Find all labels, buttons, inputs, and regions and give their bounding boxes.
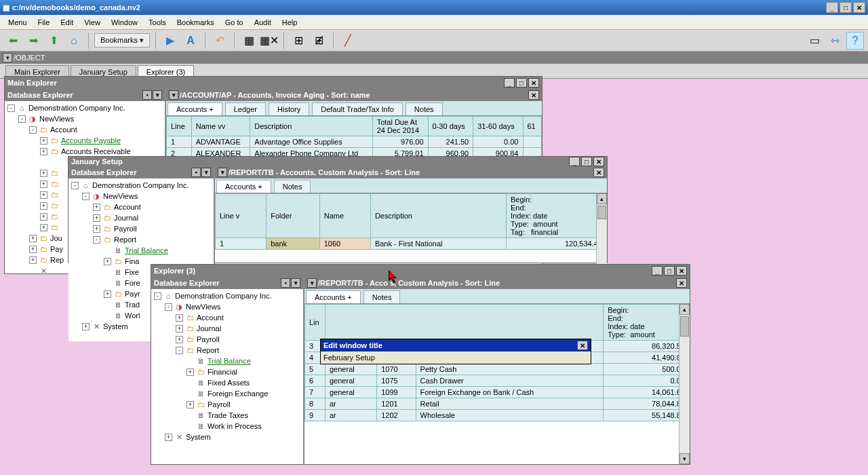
col-del-button[interactable]: ⊞̸ (310, 32, 328, 50)
expander-icon[interactable]: - (71, 182, 79, 189)
minimize-button[interactable]: _ (826, 2, 838, 13)
cell[interactable]: 1099 (377, 387, 416, 398)
tree-row[interactable]: -⌂Demonstration Company Inc. (68, 180, 214, 191)
expander-icon[interactable]: + (176, 336, 183, 343)
expander-icon[interactable]: + (93, 214, 100, 222)
dropdown-icon[interactable]: ▾ (307, 278, 317, 288)
report-tab[interactable]: History (269, 102, 309, 115)
expander-icon[interactable]: + (104, 258, 111, 265)
menu-go-to[interactable]: Go to (220, 16, 249, 28)
up-button[interactable]: ⬆ (45, 32, 62, 50)
tree-row[interactable]: -◑NewViews (68, 191, 214, 202)
path-dropdown-icon[interactable]: ▾ (3, 53, 12, 62)
scroll-up-icon[interactable]: ▴ (597, 193, 607, 204)
expander-icon[interactable]: + (29, 256, 37, 264)
cell[interactable]: 241.50 (428, 136, 473, 148)
cell[interactable]: 1 (216, 238, 267, 250)
minimize-icon[interactable]: _ (504, 78, 515, 88)
tree-row[interactable]: +🗀Accounts Payable (5, 135, 165, 146)
tree-row[interactable]: -🗀Report (68, 234, 214, 245)
close-button[interactable]: ✕ (853, 2, 865, 13)
cell[interactable]: 0.00 (473, 136, 523, 148)
cell[interactable]: 7 (305, 387, 326, 398)
tree-row[interactable]: 🗎Fixed Assets (151, 377, 303, 388)
close-icon[interactable]: ✕ (577, 341, 588, 350)
report-tab[interactable]: Notes (274, 180, 311, 193)
cell[interactable] (523, 136, 542, 148)
expander-icon[interactable]: + (93, 204, 100, 211)
grid-jan[interactable]: Line vFolderNameDescriptionBegin:End:Ind… (215, 193, 607, 250)
cell[interactable]: 1 (167, 136, 192, 148)
cell[interactable]: 5 (305, 364, 326, 375)
expander-icon[interactable]: + (40, 137, 47, 145)
expander-icon[interactable]: - (165, 303, 172, 311)
cell[interactable]: 14,061.61 (604, 387, 690, 398)
menu-audit[interactable]: Audit (249, 16, 277, 28)
close-icon[interactable]: ✕ (676, 266, 687, 276)
expander-icon[interactable]: + (104, 290, 111, 298)
maximize-icon[interactable]: □ (664, 266, 675, 276)
expander-icon[interactable]: - (18, 115, 26, 123)
cell[interactable]: Advantage Office Supplies (250, 136, 372, 148)
tree-row[interactable]: -◑NewViews (151, 301, 303, 312)
play-button[interactable]: ▶ (161, 32, 179, 50)
dropdown-icon[interactable]: ▾ (201, 168, 211, 177)
dropdown-icon[interactable]: ▾ (153, 90, 162, 100)
col-header[interactable]: Name vv (191, 117, 250, 136)
cell[interactable]: 8 (305, 398, 326, 410)
report-tab[interactable]: Accounts + (306, 290, 361, 303)
report-tab[interactable]: Accounts + (216, 180, 271, 193)
menu-help[interactable]: Help (277, 16, 303, 28)
cell[interactable]: 1201 (377, 398, 416, 410)
report-tab[interactable]: Notes (363, 290, 401, 303)
expander-icon[interactable]: + (186, 401, 194, 408)
cell[interactable]: Foreign Exchange on Bank / Cash (416, 387, 604, 398)
dialog-title-bar[interactable]: Edit window title ✕ (321, 339, 591, 352)
tree-row[interactable]: -⌂Demonstration Company Inc. (5, 102, 165, 113)
expander-icon[interactable]: + (176, 314, 183, 322)
expander-icon[interactable]: - (176, 347, 183, 354)
tree-row[interactable]: +✕System (151, 432, 303, 442)
strike-button[interactable]: ╱ (339, 32, 357, 50)
cell[interactable]: Retail (416, 398, 604, 410)
report-tab[interactable]: Accounts + (167, 102, 222, 115)
window-title-bar[interactable]: Main Explorer _ □ ✕ (5, 77, 542, 89)
tree-row[interactable]: -🗀Report (151, 345, 303, 356)
cell[interactable]: 1060 (319, 238, 370, 250)
expander-icon[interactable]: - (7, 104, 15, 112)
close-icon[interactable]: ✕ (593, 157, 604, 166)
expander-icon[interactable]: + (40, 213, 47, 221)
cell[interactable]: 500.00 (604, 364, 690, 375)
cell[interactable]: general (326, 364, 377, 375)
col-header[interactable]: 31-60 days (473, 117, 523, 136)
cell[interactable]: 86,320.51 (604, 341, 690, 352)
home-button[interactable]: ⌂ (65, 32, 83, 50)
tree-row[interactable]: +🗀Accounts Receivable (5, 146, 165, 157)
grid1-button[interactable]: ▦ (240, 32, 258, 50)
tree-row[interactable]: +🗀Account (68, 202, 214, 212)
tree-row[interactable]: +🗀Financial (151, 366, 303, 377)
cell[interactable]: ar (326, 410, 377, 421)
col-header[interactable]: Begin:End:Index: dateType: amountTag: fi… (506, 194, 606, 238)
cell[interactable]: 1070 (377, 364, 416, 375)
col-header[interactable]: Folder (267, 194, 319, 238)
expander-icon[interactable]: + (82, 323, 90, 330)
close-icon[interactable]: ✕ (593, 168, 604, 177)
cell[interactable]: 9 (305, 410, 326, 421)
maximize-icon[interactable]: □ (516, 78, 527, 88)
expander-icon[interactable]: + (40, 170, 47, 177)
cell[interactable]: general (326, 375, 377, 387)
undo-button[interactable]: ↶ (211, 32, 229, 50)
cell[interactable]: Petty Cash (416, 364, 604, 375)
menu-file[interactable]: File (33, 16, 56, 28)
dropdown-icon[interactable]: ▾ (291, 278, 300, 288)
tree-row[interactable]: 🗎Foreign Exchange (151, 388, 303, 399)
expander-icon[interactable]: + (165, 434, 172, 441)
col-header[interactable]: Description (370, 194, 506, 238)
window-title-bar[interactable]: January Setup _ □ ✕ (68, 157, 607, 166)
expander-icon[interactable]: + (29, 246, 37, 253)
tree-row[interactable]: +🗀Payroll (151, 334, 303, 345)
back-button[interactable]: ⬅ (4, 32, 22, 50)
tree-row[interactable]: -🗀Account (5, 124, 165, 135)
expander-icon[interactable]: + (93, 225, 100, 233)
